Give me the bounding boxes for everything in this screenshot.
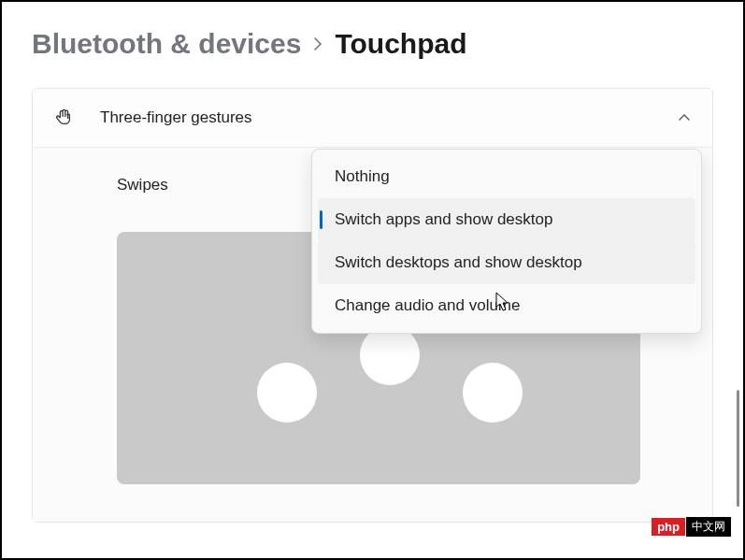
dropdown-option-change-audio[interactable]: Change audio and volume: [318, 284, 695, 327]
section-header[interactable]: Three-finger gestures: [33, 89, 712, 148]
dropdown-option-switch-apps[interactable]: Switch apps and show desktop: [318, 198, 695, 241]
scrollbar-thumb[interactable]: [737, 390, 739, 507]
finger-dot: [360, 325, 420, 385]
dropdown-option-nothing[interactable]: Nothing: [318, 155, 695, 198]
watermark: php 中文网: [652, 516, 732, 538]
watermark-left: php: [652, 518, 685, 536]
swipes-dropdown[interactable]: Nothing Switch apps and show desktop Swi…: [311, 149, 702, 334]
chevron-right-icon: [312, 34, 323, 58]
gestures-card: Three-finger gestures Swipes Nothing Swi…: [32, 88, 713, 523]
finger-dot: [463, 363, 523, 423]
breadcrumb-parent[interactable]: Bluetooth & devices: [32, 28, 301, 60]
dropdown-option-switch-desktops[interactable]: Switch desktops and show desktop: [318, 241, 695, 284]
hand-icon: [53, 108, 74, 128]
breadcrumb: Bluetooth & devices Touchpad: [2, 2, 743, 71]
watermark-right: 中文网: [685, 516, 732, 538]
breadcrumb-current: Touchpad: [335, 28, 466, 60]
finger-dot: [257, 363, 317, 423]
chevron-up-icon: [677, 110, 692, 125]
section-title: Three-finger gestures: [100, 108, 677, 127]
